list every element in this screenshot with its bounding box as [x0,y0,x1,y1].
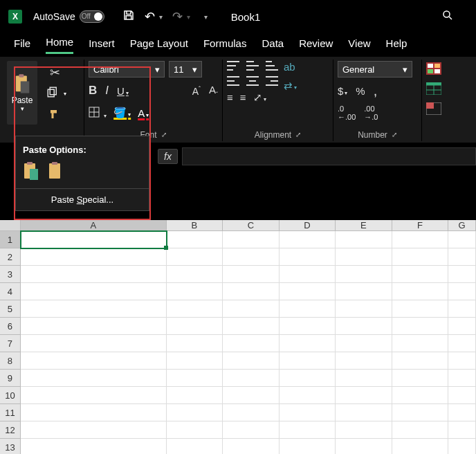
cell[interactable] [223,231,280,248]
cell[interactable] [167,266,223,283]
percent-format-button[interactable]: % [356,85,365,97]
cell[interactable] [280,335,336,352]
cell[interactable] [392,231,449,248]
tab-view[interactable]: View [348,37,370,53]
save-icon[interactable] [122,9,135,25]
cell[interactable] [336,335,392,352]
paste-special-item[interactable]: Paste Special... [16,189,149,210]
align-middle-button[interactable] [246,61,259,71]
cell[interactable] [21,387,167,404]
cell[interactable] [223,352,280,370]
cell[interactable] [223,300,280,318]
wrap-text-button[interactable]: ab [284,61,297,73]
cell[interactable] [392,370,449,387]
cell[interactable] [21,283,167,300]
cell[interactable] [167,283,223,300]
cell[interactable] [336,370,392,387]
decrease-decimal-button[interactable]: .00→.0 [364,105,378,121]
search-icon[interactable] [441,9,454,25]
formula-input[interactable] [182,147,476,165]
cell[interactable] [223,387,280,404]
cell[interactable] [223,318,280,335]
row-header[interactable]: 9 [0,370,21,387]
cell[interactable] [392,335,449,352]
tab-page-layout[interactable]: Page Layout [130,37,188,53]
cell[interactable] [280,318,336,335]
cell[interactable] [336,300,392,318]
cell[interactable] [223,266,280,283]
cell[interactable] [336,421,392,439]
cell[interactable] [336,352,392,370]
cell[interactable] [21,318,167,335]
row-header[interactable]: 6 [0,318,21,335]
cell[interactable] [392,248,449,266]
cell[interactable] [21,300,167,318]
cell[interactable] [392,387,449,404]
undo-icon[interactable]: ↶ [145,9,155,24]
align-top-button[interactable] [227,61,239,71]
cell[interactable] [21,231,167,248]
row-header[interactable]: 8 [0,352,21,370]
cell[interactable] [280,370,336,387]
undo-dropdown-icon[interactable]: ▾ [159,13,163,21]
comma-format-button[interactable]: , [374,83,378,99]
row-header[interactable]: 4 [0,283,21,300]
row-header[interactable]: 13 [0,439,21,454]
cell[interactable] [167,404,223,421]
conditional-formatting-button[interactable] [426,62,446,77]
cell[interactable] [448,248,476,266]
cell[interactable] [448,231,476,248]
tab-help[interactable]: Help [386,37,408,53]
cell[interactable] [21,370,167,387]
decrease-font-button[interactable]: Aˇ [209,84,218,98]
cell[interactable] [21,352,167,370]
increase-font-button[interactable]: Aˆ [192,85,201,97]
cell[interactable] [223,404,280,421]
row-header[interactable]: 2 [0,248,21,266]
align-center-button[interactable] [246,76,259,86]
cell[interactable] [21,266,167,283]
cell[interactable] [167,318,223,335]
cell[interactable] [448,387,476,404]
cell[interactable] [280,231,336,248]
cell[interactable] [167,352,223,370]
cell[interactable] [448,318,476,335]
cell[interactable] [167,439,223,454]
cell[interactable] [167,248,223,266]
format-as-table-button[interactable] [426,82,446,97]
cell[interactable] [21,335,167,352]
redo-icon[interactable]: ↷ [172,9,183,24]
cell[interactable] [392,439,449,454]
cell[interactable] [280,404,336,421]
orientation-button[interactable]: ⤢▾ [253,91,266,104]
font-dialog-launcher[interactable]: ⤢ [161,129,167,140]
cell[interactable] [392,266,449,283]
cell[interactable] [223,370,280,387]
row-header[interactable]: 11 [0,404,21,421]
cell[interactable] [21,421,167,439]
cell[interactable] [448,421,476,439]
tab-home[interactable]: Home [46,36,73,54]
cell[interactable] [280,387,336,404]
merge-center-button[interactable]: ⇄▾ [284,80,297,92]
cell[interactable] [336,387,392,404]
row-header[interactable]: 7 [0,335,21,352]
align-right-button[interactable] [266,76,278,86]
number-dialog-launcher[interactable]: ⤢ [392,129,397,140]
cell[interactable] [280,439,336,454]
tab-insert[interactable]: Insert [89,37,115,53]
row-header[interactable]: 12 [0,421,21,439]
cell[interactable] [21,404,167,421]
cell[interactable] [448,404,476,421]
fx-button[interactable]: fx [158,149,178,164]
cell[interactable] [167,231,223,248]
increase-decimal-button[interactable]: .0←.00 [338,105,356,121]
cell[interactable] [336,404,392,421]
cell[interactable] [392,352,449,370]
cell[interactable] [21,248,167,266]
tab-formulas[interactable]: Formulas [203,37,247,53]
cell[interactable] [280,300,336,318]
cell[interactable] [280,248,336,266]
cell-styles-button[interactable] [426,102,446,117]
cell[interactable] [448,439,476,454]
